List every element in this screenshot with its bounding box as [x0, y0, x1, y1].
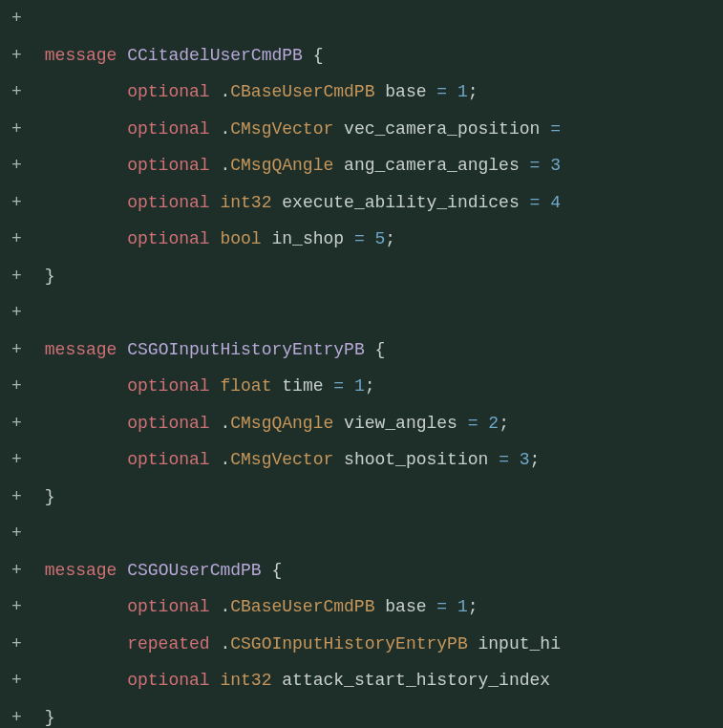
- diff-line[interactable]: + optional .CMsgVector vec_camera_positi…: [0, 111, 723, 148]
- diff-line[interactable]: + optional .CBaseUserCmdPB base = 1;: [0, 74, 723, 111]
- token-ident: .: [210, 634, 231, 653]
- diff-marker: +: [11, 405, 34, 442]
- code-content: }: [34, 479, 723, 516]
- diff-line[interactable]: + }: [0, 258, 723, 295]
- token-kw-optional: optional: [127, 414, 209, 433]
- diff-line[interactable]: + }: [0, 699, 723, 729]
- code-content: message CSGOInputHistoryEntryPB {: [34, 332, 723, 369]
- diff-line[interactable]: + message CSGOInputHistoryEntryPB {: [0, 332, 723, 369]
- token-kw-optional: optional: [127, 597, 209, 616]
- token-ident: [117, 46, 127, 65]
- diff-marker: +: [11, 332, 34, 369]
- token-indent: [34, 340, 45, 359]
- code-content: optional .CBaseUserCmdPB base = 1;: [34, 589, 723, 626]
- token-ident: .: [210, 156, 231, 175]
- token-punct: ;: [530, 450, 541, 469]
- token-num: 1: [354, 376, 365, 396]
- token-kw-optional: optional: [127, 82, 209, 101]
- token-ident: [262, 229, 272, 248]
- diff-marker: +: [11, 74, 34, 111]
- token-op: =: [550, 119, 561, 139]
- token-ident: [488, 450, 499, 469]
- token-ident: [540, 119, 550, 139]
- token-num: 3: [520, 450, 530, 469]
- token-ident: [324, 376, 334, 396]
- diff-line[interactable]: + optional float time = 1;: [0, 368, 723, 405]
- token-ident: [117, 561, 127, 580]
- diff-marker: +: [11, 515, 34, 552]
- token-field: shoot_position: [344, 450, 488, 469]
- diff-line[interactable]: + optional int32 execute_ability_indices…: [0, 184, 723, 222]
- token-ident: [271, 671, 282, 690]
- token-kw-message: message: [45, 340, 117, 359]
- diff-marker: +: [11, 552, 34, 589]
- diff-line[interactable]: +: [0, 294, 723, 332]
- token-op: =: [468, 414, 478, 433]
- diff-line[interactable]: + optional .CBaseUserCmdPB base = 1;: [0, 589, 723, 626]
- token-type-builtin: int32: [220, 671, 271, 690]
- token-field: ang_camera_angles: [344, 156, 520, 175]
- diff-line[interactable]: + repeated .CSGOInputHistoryEntryPB inpu…: [0, 626, 723, 663]
- diff-line[interactable]: + optional .CMsgVector shoot_position = …: [0, 441, 723, 479]
- token-field: attack_start_history_index: [282, 671, 550, 690]
- diff-line[interactable]: +: [0, 0, 723, 37]
- token-punct: ;: [385, 229, 395, 248]
- token-ident: [520, 156, 530, 175]
- diff-marker: +: [11, 441, 34, 479]
- token-kw-message: message: [45, 561, 117, 580]
- token-field: view_angles: [344, 414, 457, 433]
- token-num: 2: [488, 414, 499, 433]
- token-ident: [427, 597, 437, 616]
- code-content: optional int32 execute_ability_indices =…: [34, 184, 723, 222]
- diff-marker: +: [11, 662, 34, 699]
- code-content: }: [34, 258, 723, 295]
- diff-marker: +: [11, 147, 34, 184]
- token-indent: [34, 229, 127, 248]
- token-ident: [210, 193, 221, 212]
- token-op: =: [530, 193, 541, 212]
- code-lines-container: ++ message CCitadelUserCmdPB {+ optional…: [0, 0, 723, 728]
- token-indent: [34, 46, 45, 65]
- token-ident: [478, 414, 489, 433]
- code-content: [34, 515, 723, 552]
- token-ident: [520, 193, 530, 212]
- diff-line[interactable]: + optional .CMsgQAngle ang_camera_angles…: [0, 147, 723, 184]
- token-op: =: [436, 597, 447, 616]
- token-ident: .: [210, 119, 231, 139]
- token-ident: [447, 82, 457, 101]
- code-content: optional bool in_shop = 5;: [34, 221, 723, 258]
- diff-view: ++ message CCitadelUserCmdPB {+ optional…: [0, 0, 723, 728]
- token-op: =: [436, 82, 447, 101]
- token-type-user: CMsgVector: [230, 119, 333, 139]
- token-indent: [34, 376, 127, 396]
- token-kw-optional: optional: [127, 671, 209, 690]
- token-ident: [333, 414, 344, 433]
- diff-line[interactable]: + optional bool in_shop = 5;: [0, 221, 723, 258]
- token-ident: [365, 340, 375, 359]
- code-content: optional .CMsgQAngle view_angles = 2;: [34, 405, 723, 442]
- token-op: =: [354, 229, 365, 248]
- diff-line[interactable]: + message CCitadelUserCmdPB {: [0, 37, 723, 75]
- diff-line[interactable]: + optional .CMsgQAngle view_angles = 2;: [0, 405, 723, 442]
- diff-marker: +: [11, 37, 34, 75]
- diff-line[interactable]: + message CSGOUserCmdPB {: [0, 552, 723, 589]
- diff-line[interactable]: +: [0, 515, 723, 552]
- diff-marker: +: [11, 221, 34, 258]
- token-num: 1: [457, 82, 468, 101]
- diff-line[interactable]: + }: [0, 479, 723, 516]
- diff-marker: +: [11, 479, 34, 516]
- token-ident: [210, 376, 221, 396]
- token-msg-name: CSGOUserCmdPB: [127, 561, 261, 580]
- token-indent: [34, 414, 127, 433]
- token-type-user: CBaseUserCmdPB: [230, 82, 374, 101]
- code-content: message CCitadelUserCmdPB {: [34, 37, 723, 75]
- token-indent: [34, 561, 45, 580]
- token-kw-optional: optional: [127, 450, 209, 469]
- token-ident: .: [210, 450, 231, 469]
- token-type-user: CMsgQAngle: [230, 156, 333, 175]
- diff-marker: +: [11, 626, 34, 663]
- diff-line[interactable]: + optional int32 attack_start_history_in…: [0, 662, 723, 699]
- token-ident: [333, 156, 344, 175]
- diff-marker: +: [11, 589, 34, 626]
- token-op: =: [333, 376, 344, 396]
